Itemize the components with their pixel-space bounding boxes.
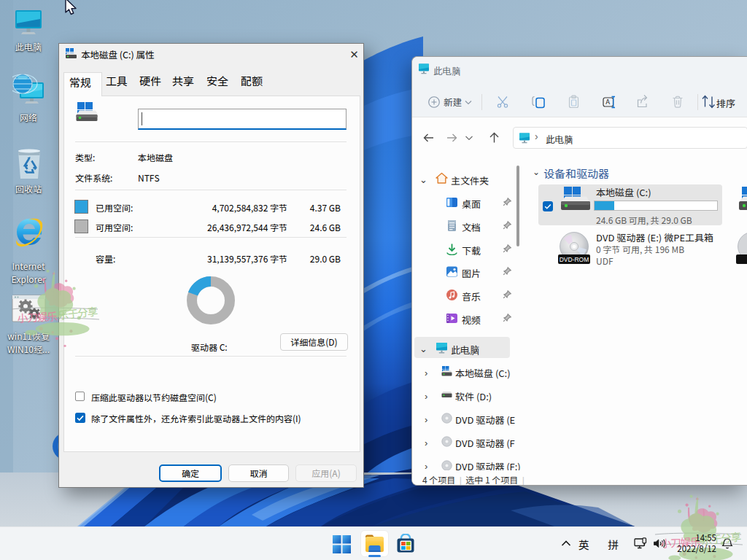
svg-text:DVD-ROM: DVD-ROM <box>560 256 589 263</box>
svg-text:A: A <box>605 96 610 106</box>
svg-text:新建: 新建 <box>444 95 462 109</box>
